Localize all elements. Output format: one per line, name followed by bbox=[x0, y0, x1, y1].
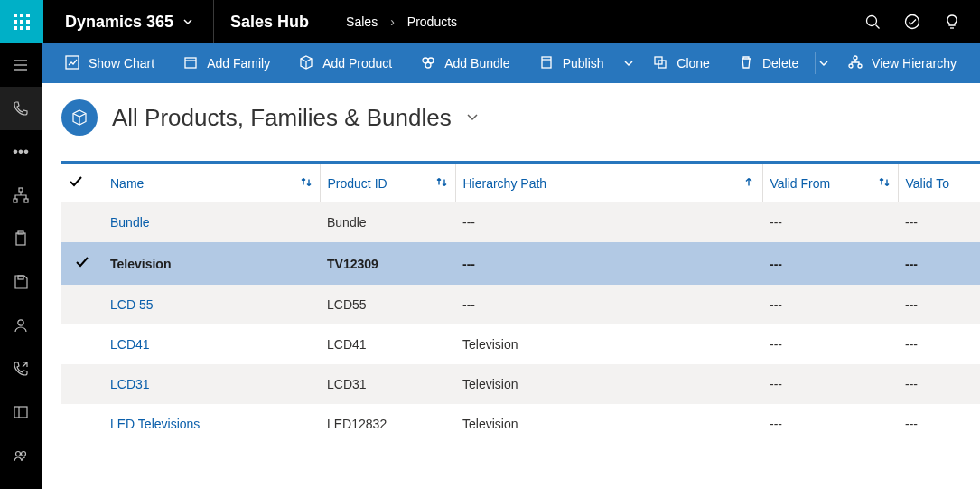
svg-rect-26 bbox=[542, 57, 551, 68]
brand-dropdown[interactable]: Dynamics 365 bbox=[43, 13, 213, 32]
rail-phone-icon[interactable] bbox=[0, 87, 42, 130]
svg-rect-12 bbox=[14, 199, 17, 202]
task-checkmark-icon[interactable] bbox=[904, 14, 920, 30]
row-hierarchy-path: --- bbox=[455, 242, 762, 285]
select-all-column[interactable] bbox=[61, 164, 103, 202]
row-valid-to: --- bbox=[898, 242, 980, 285]
svg-point-10 bbox=[906, 15, 919, 29]
add-bundle-label: Add Bundle bbox=[444, 56, 509, 71]
view-selector-dropdown[interactable] bbox=[466, 110, 479, 126]
row-hierarchy-path: --- bbox=[455, 285, 762, 324]
row-select-cell[interactable] bbox=[61, 285, 103, 324]
column-valid-to-label: Valid To bbox=[906, 176, 950, 191]
row-hierarchy-path: --- bbox=[455, 202, 762, 242]
row-product-id: LCD41 bbox=[320, 324, 455, 364]
svg-point-9 bbox=[867, 16, 877, 26]
svg-rect-8 bbox=[26, 26, 30, 30]
rail-more-icon[interactable]: ••• bbox=[0, 130, 42, 174]
table-row[interactable]: LCD 55LCD55--------- bbox=[61, 285, 980, 324]
svg-rect-13 bbox=[24, 199, 28, 202]
add-family-button[interactable]: Add Family bbox=[171, 43, 283, 83]
rail-panel-icon[interactable] bbox=[0, 390, 42, 434]
svg-point-25 bbox=[425, 62, 431, 68]
row-valid-from: --- bbox=[762, 364, 898, 404]
row-name-link[interactable]: LCD 55 bbox=[110, 297, 153, 312]
trash-icon bbox=[739, 55, 753, 72]
search-icon[interactable] bbox=[864, 14, 881, 30]
column-name[interactable]: Name bbox=[103, 164, 320, 202]
chevron-right-icon: › bbox=[390, 14, 395, 29]
row-name-link[interactable]: LED Televisions bbox=[110, 417, 200, 431]
row-hierarchy-path: Television bbox=[455, 404, 762, 444]
table-row[interactable]: TelevisionTV12309--------- bbox=[61, 242, 980, 285]
hierarchy-icon bbox=[848, 55, 863, 72]
table-row[interactable]: LED TelevisionsLED12832Television------ bbox=[61, 404, 980, 444]
rail-sitemap-icon[interactable] bbox=[0, 174, 42, 217]
row-valid-from: --- bbox=[762, 242, 898, 285]
row-product-id: LCD55 bbox=[320, 285, 455, 324]
row-select-cell[interactable] bbox=[61, 324, 103, 364]
clone-button[interactable]: Clone bbox=[640, 43, 723, 83]
publish-button[interactable]: Publish bbox=[527, 43, 617, 83]
rail-clipboard-icon[interactable] bbox=[0, 217, 42, 260]
rail-people-icon[interactable] bbox=[0, 434, 42, 477]
svg-rect-4 bbox=[20, 20, 23, 24]
svg-rect-2 bbox=[26, 14, 30, 17]
row-valid-to: --- bbox=[898, 364, 980, 404]
row-name-link[interactable]: LCD41 bbox=[110, 337, 150, 352]
column-valid-to[interactable]: Valid To bbox=[898, 164, 980, 202]
table-row[interactable]: LCD31LCD31Television------ bbox=[61, 364, 980, 404]
hamburger-menu[interactable] bbox=[0, 43, 42, 87]
svg-point-31 bbox=[858, 64, 862, 68]
breadcrumb-sales[interactable]: Sales bbox=[346, 14, 378, 29]
row-name-link[interactable]: Bundle bbox=[110, 215, 150, 230]
column-name-label: Name bbox=[110, 176, 144, 191]
svg-point-19 bbox=[16, 452, 21, 456]
row-valid-from: --- bbox=[762, 404, 898, 444]
cube-icon bbox=[299, 55, 313, 72]
column-hierarchy-path[interactable]: Hierarchy Path bbox=[455, 164, 762, 202]
column-valid-from[interactable]: Valid From bbox=[762, 164, 898, 202]
app-name[interactable]: Sales Hub bbox=[214, 13, 331, 32]
row-valid-to: --- bbox=[898, 404, 980, 444]
lightbulb-icon[interactable] bbox=[944, 14, 960, 30]
row-hierarchy-path: Television bbox=[455, 324, 762, 364]
sort-icon bbox=[435, 175, 448, 191]
view-hierarchy-label: View Hierarchy bbox=[872, 56, 957, 71]
delete-split-dropdown[interactable] bbox=[815, 52, 832, 74]
row-name-link[interactable]: LCD31 bbox=[110, 377, 150, 391]
check-icon bbox=[69, 174, 83, 189]
column-product-id-label: Product ID bbox=[328, 176, 387, 191]
view-badge-icon bbox=[61, 99, 98, 136]
row-select-cell[interactable] bbox=[61, 364, 103, 404]
show-chart-button[interactable]: Show Chart bbox=[52, 43, 167, 83]
publish-label: Publish bbox=[563, 56, 604, 71]
show-chart-label: Show Chart bbox=[89, 56, 154, 71]
add-product-label: Add Product bbox=[322, 56, 392, 71]
row-select-cell[interactable] bbox=[61, 242, 103, 285]
app-launcher[interactable] bbox=[0, 0, 43, 43]
row-select-cell[interactable] bbox=[61, 202, 103, 242]
publish-split-dropdown[interactable] bbox=[621, 52, 638, 74]
svg-rect-22 bbox=[185, 58, 196, 68]
sort-icon bbox=[878, 175, 891, 191]
view-hierarchy-button[interactable]: View Hierarchy bbox=[835, 43, 969, 83]
column-product-id[interactable]: Product ID bbox=[320, 164, 455, 202]
svg-rect-14 bbox=[16, 233, 25, 245]
table-row[interactable]: LCD41LCD41Television------ bbox=[61, 324, 980, 364]
row-select-cell[interactable] bbox=[61, 404, 103, 444]
row-valid-from: --- bbox=[762, 202, 898, 242]
rail-phone-out-icon[interactable] bbox=[0, 347, 42, 390]
delete-button[interactable]: Delete bbox=[726, 43, 811, 83]
svg-rect-0 bbox=[14, 14, 17, 17]
row-valid-to: --- bbox=[898, 285, 980, 324]
add-product-button[interactable]: Add Product bbox=[286, 43, 405, 83]
rail-save-icon[interactable] bbox=[0, 260, 42, 304]
row-hierarchy-path: Television bbox=[455, 364, 762, 404]
row-name-link[interactable]: Television bbox=[110, 257, 171, 271]
add-bundle-button[interactable]: Add Bundle bbox=[408, 43, 522, 83]
rail-person-icon[interactable] bbox=[0, 304, 42, 347]
row-valid-to: --- bbox=[898, 324, 980, 364]
breadcrumb-products[interactable]: Products bbox=[407, 14, 457, 29]
table-row[interactable]: BundleBundle--------- bbox=[61, 202, 980, 242]
